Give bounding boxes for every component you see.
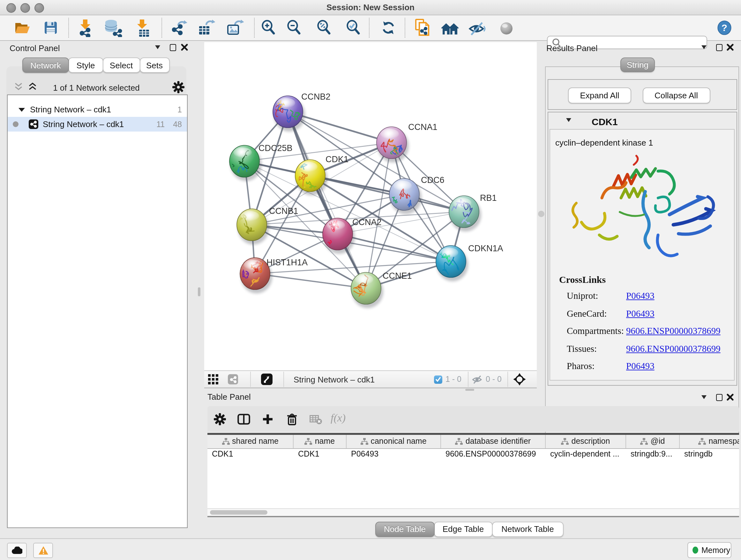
crosslink-link[interactable]: P06493 [626,308,655,319]
network-node-CCNB2[interactable]: CCNB2 [273,92,331,132]
import-network-file-icon[interactable] [77,19,93,37]
table-cell: cyclin-dependent ... [546,449,626,459]
import-network-database-icon[interactable] [105,19,123,37]
birdseye-view-icon[interactable] [261,374,273,385]
right-splitter-handle[interactable] [538,211,544,217]
control-panel-title: Control Panel [10,44,60,53]
control-panel-maximize-icon[interactable] [170,44,176,51]
table-cell: CDK1 [293,449,347,459]
network-node-RB1[interactable]: RB1 [449,193,497,232]
tab-style[interactable]: Style [68,57,103,73]
zoom-fit-icon[interactable] [317,20,331,35]
home-networks-icon[interactable] [441,22,459,35]
crosslink-link[interactable]: P06493 [626,291,655,301]
clone-network-icon[interactable] [414,18,430,37]
crosslink-row: Uniprot:P06493 [567,291,733,308]
memory-button[interactable]: Memory [687,542,731,558]
network-canvas[interactable]: CCNB2CCNA1CDC25BCDK1CDC6RB1CCNB1CCNA2CDK… [204,42,537,370]
zoom-selected-icon[interactable] [346,20,360,35]
gene-card-expander-icon[interactable] [566,118,571,122]
tab-node-table[interactable]: Node Table [375,521,434,537]
results-panel-maximize-icon[interactable] [716,44,723,51]
node-label: CCNA1 [408,122,437,132]
table-panel-maximize-icon[interactable] [716,394,723,401]
toolbar-separator [369,18,369,38]
network-status-dot [13,121,18,127]
warning-icon [38,546,48,555]
collection-expander-icon[interactable] [18,108,25,111]
crosslinks-title: CrossLinks [559,274,606,286]
crosslink-label: Tissues: [567,343,626,354]
results-panel-close-icon[interactable] [726,44,734,51]
control-panel-float-icon[interactable] [155,45,160,49]
table-cell: stringdb [680,449,739,459]
collapse-all-button[interactable]: Collapse All [643,87,710,103]
export-network-icon[interactable] [171,20,188,37]
expand-all-button[interactable]: Expand All [568,87,631,103]
refresh-icon[interactable] [381,20,396,35]
table-panel-close-icon[interactable] [726,393,734,401]
export-table-icon[interactable] [198,19,215,37]
column-header-database-identifier[interactable]: database identifier [441,435,546,448]
eye-icon[interactable] [500,22,513,35]
tab-sets[interactable]: Sets [139,57,170,73]
table-row[interactable]: CDK1CDK1P064939606.ENSP00000378699cyclin… [207,449,739,459]
tab-string[interactable]: String [620,57,655,72]
collapse-all-networks-icon[interactable] [14,82,23,91]
export-image-icon[interactable] [226,19,244,37]
crosslink-link[interactable]: P06493 [626,361,655,372]
expand-all-networks-icon[interactable] [28,82,37,91]
column-header-canonical-name[interactable]: canonical name [347,435,441,448]
network-options-gear-icon[interactable] [172,81,185,93]
left-splitter-handle[interactable] [198,287,200,296]
network-node-CDC25B[interactable]: CDC25B [226,143,293,181]
tab-network-table[interactable]: Network Table [492,521,563,537]
column-header-description[interactable]: description [546,435,626,448]
results-panel-float-icon[interactable] [701,45,706,49]
table-settings-gear-icon[interactable] [214,413,226,425]
crosslink-link[interactable]: 9606.ENSP00000378699 [626,326,721,336]
selected-counts: 1 - 0 [446,375,461,384]
zoom-in-icon[interactable] [261,20,275,35]
grid-view-icon[interactable] [208,374,218,384]
network-node-CCNA2[interactable]: CCNA2 [321,215,382,254]
horizontal-scrollbar[interactable] [207,508,739,516]
hide-panel-eye-icon[interactable] [468,21,486,37]
cloud-status-button[interactable] [7,543,27,558]
column-header-name[interactable]: name [293,435,347,448]
import-table-file-icon[interactable] [135,19,150,37]
toolbar-separator [283,372,284,387]
toolbar-separator [254,18,255,38]
delete-column-trash-icon[interactable] [286,413,297,425]
network-node-CCNA1[interactable]: CCNA1 [377,122,437,163]
table-panel-float-icon[interactable] [701,395,706,399]
horizontal-splitter-handle[interactable] [465,388,474,391]
tab-network[interactable]: Network [22,57,69,73]
open-session-icon[interactable] [14,21,30,35]
node-label: CCNB1 [269,206,298,216]
zoom-out-icon[interactable] [286,20,300,35]
column-header--id[interactable]: @id [626,435,680,448]
warning-status-button[interactable] [33,543,53,558]
selected-checkbox-icon[interactable] [434,375,442,383]
help-icon[interactable]: ? [718,20,731,35]
control-panel-close-icon[interactable] [181,44,188,51]
add-column-icon[interactable] [262,414,273,425]
column-header-namespace[interactable]: namespace [680,435,739,448]
table-cell: CDK1 [207,449,293,459]
network-view-icon[interactable] [228,374,238,384]
network-type-icon [29,119,38,129]
network-collection-row[interactable]: String Network – cdk1 1 [8,102,187,117]
crosslink-link[interactable]: 9606.ENSP00000378699 [626,343,721,354]
tab-edge-table[interactable]: Edge Table [434,521,493,537]
network-node-CDC6[interactable]: CDC6 [387,175,445,214]
network-node-CDKN1A[interactable]: CDKN1A [436,244,503,281]
scrollbar-thumb[interactable] [210,510,267,515]
tab-select[interactable]: Select [103,57,140,73]
save-session-icon[interactable] [44,21,57,35]
show-columns-icon[interactable] [238,414,250,425]
protein-structure-image [562,153,730,274]
network-row-selected[interactable]: String Network – cdk1 11 48 [8,117,187,132]
column-header-shared-name[interactable]: shared name [207,435,293,448]
fit-selected-crosshair-icon[interactable] [513,373,526,386]
